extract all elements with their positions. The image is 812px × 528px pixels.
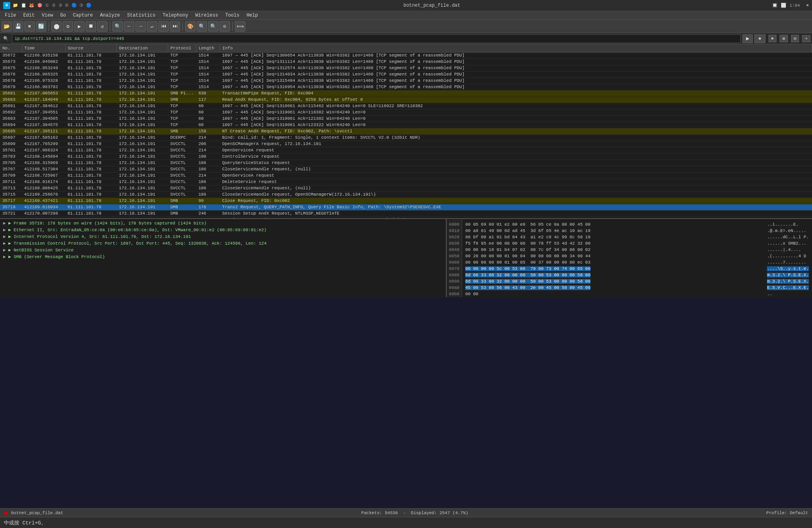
cell-src: 61.111.101.78: [65, 160, 117, 166]
table-row[interactable]: 35719412169.61693461.111.101.78172.16.13…: [0, 204, 812, 210]
close-capture-button[interactable]: ✖: [24, 21, 35, 32]
displayed-count: Displayed: 2547 (4.7%): [411, 511, 468, 515]
menu-item-help[interactable]: Help: [243, 12, 261, 19]
go-to-packet-button[interactable]: ↵: [147, 21, 157, 32]
table-row[interactable]: 35679412166.98379261.111.101.78172.16.13…: [0, 84, 812, 90]
menu-item-file[interactable]: File: [2, 12, 19, 19]
table-row[interactable]: 35705412168.31596961.111.101.78172.16.13…: [0, 160, 812, 166]
cell-info: 1697 → 445 [ACK] Seq=1319061 Ack=121302 …: [220, 115, 812, 122]
table-row[interactable]: 35709412168.72596761.111.101.78172.16.13…: [0, 172, 812, 179]
cell-proto: SMB: [168, 96, 196, 103]
table-row[interactable]: 35675412166.95324961.111.101.78172.16.13…: [0, 65, 812, 71]
table-row[interactable]: 35692412167.39455161.111.101.78172.16.13…: [0, 109, 812, 115]
go-last-button[interactable]: ⏭: [170, 21, 180, 32]
menu-item-capture[interactable]: Capture: [70, 12, 96, 19]
minimize-button[interactable]: 🔲: [772, 3, 778, 8]
start-capture-button[interactable]: ▶: [74, 21, 85, 32]
cell-proto: TCP: [168, 115, 196, 122]
col-header-no[interactable]: No.: [0, 44, 22, 52]
title-bar-controls[interactable]: 🔲 ⬜ 1:04 ✖: [772, 3, 809, 8]
cell-time: 412167.384612: [22, 103, 65, 109]
menu-item-edit[interactable]: Edit: [20, 12, 38, 19]
cell-info: ControlService request: [220, 153, 812, 160]
col-header-destination[interactable]: Destination: [117, 44, 168, 52]
table-row[interactable]: 35721412170.00729861.111.101.78172.16.13…: [0, 210, 812, 217]
capture-options-button[interactable]: ⚙: [63, 21, 73, 32]
table-row[interactable]: 35703412168.14569461.111.101.78172.16.13…: [0, 153, 812, 160]
table-row[interactable]: 35699412167.76529961.111.101.78172.16.13…: [0, 141, 812, 147]
table-row[interactable]: 35715412169.25667661.111.101.78172.16.13…: [0, 191, 812, 198]
cell-len: 190: [196, 153, 220, 160]
detail-row[interactable]: ▶ SMB (Server Message Block Protocol): [0, 253, 446, 260]
detail-row[interactable]: ▶ Ethernet II, Src: EntradaN_05:ce:0a (0…: [0, 226, 446, 233]
table-row[interactable]: 35672412166.93515861.111.101.78172.16.13…: [0, 52, 812, 58]
cell-no: 35711: [0, 179, 22, 185]
restart-capture-button[interactable]: ↺: [97, 21, 107, 32]
cell-src: 61.111.101.78: [65, 122, 117, 128]
zoom-in-button[interactable]: 🔍: [197, 21, 207, 32]
maximize-button[interactable]: ⬜: [781, 3, 786, 8]
table-row[interactable]: 35701412167.96632461.111.101.78172.16.13…: [0, 147, 812, 153]
table-row[interactable]: 35681412167.00565361.111.101.78172.16.13…: [0, 90, 812, 96]
col-header-source[interactable]: Source: [65, 44, 117, 52]
filter-collapse-button[interactable]: ⊟: [791, 35, 799, 42]
filter-bookmark-button[interactable]: ★: [754, 34, 765, 43]
zoom-out-button[interactable]: 🔍: [208, 21, 218, 32]
normal-size-button[interactable]: ⊙: [220, 21, 230, 32]
menu-item-telephony[interactable]: Telephony: [160, 12, 192, 19]
cell-dst: 172.16.134.191: [117, 65, 168, 71]
col-header-protocol[interactable]: Protocol: [168, 44, 196, 52]
go-back-button[interactable]: ←: [124, 21, 134, 32]
detail-row[interactable]: ▶ Transmission Control Protocol, Src Por…: [0, 240, 446, 247]
go-first-button[interactable]: ⏮: [158, 21, 169, 32]
filter-close-button[interactable]: ✖: [769, 35, 777, 42]
filter-apply-button[interactable]: ▶: [742, 34, 753, 43]
capture-interfaces-button[interactable]: ⬤: [51, 21, 62, 32]
menu-item-tools[interactable]: Tools: [222, 12, 242, 19]
filter-input[interactable]: [12, 34, 741, 43]
colorize-button[interactable]: 🎨: [185, 21, 195, 32]
cell-len: 60: [196, 122, 220, 128]
table-row[interactable]: 35695412167.39512161.111.101.78172.16.13…: [0, 128, 812, 134]
table-row[interactable]: 35676412166.96532561.111.101.78172.16.13…: [0, 71, 812, 77]
menu-item-statistics[interactable]: Statistics: [124, 12, 159, 19]
table-row[interactable]: 35707412168.51730461.111.101.78172.16.13…: [0, 166, 812, 172]
stop-capture-button[interactable]: ⏹: [86, 21, 96, 32]
menu-item-go[interactable]: Go: [57, 12, 69, 19]
table-row[interactable]: 35673412166.94508261.111.101.78172.16.13…: [0, 58, 812, 65]
save-button[interactable]: 💾: [13, 21, 23, 32]
table-row[interactable]: 35683412167.18464961.111.101.78172.16.13…: [0, 96, 812, 103]
reload-button[interactable]: 🔄: [36, 21, 46, 32]
table-row[interactable]: 35711412168.91617461.111.101.78172.16.13…: [0, 179, 812, 185]
detail-row[interactable]: ▶ Frame 35719: 178 bytes on wire (1424 b…: [0, 220, 446, 226]
col-header-length[interactable]: Length: [196, 44, 220, 52]
close-button[interactable]: ✖: [806, 3, 809, 8]
menu-item-analyze[interactable]: Analyze: [97, 12, 123, 19]
table-row[interactable]: 35678412166.97532861.111.101.78172.16.13…: [0, 77, 812, 84]
table-row[interactable]: 35693412167.39456561.111.101.78172.16.13…: [0, 115, 812, 122]
table-row[interactable]: 35717412169.43742161.111.101.78172.16.13…: [0, 198, 812, 204]
hex-container: 0000 0010 0020 0030 0040 0050 0060 0070 …: [447, 220, 812, 297]
open-button[interactable]: 📂: [2, 21, 12, 32]
filter-expand-button[interactable]: ⊞: [780, 35, 788, 42]
table-row[interactable]: 35694412167.39457561.111.101.78172.16.13…: [0, 122, 812, 128]
menu-item-wireless[interactable]: Wireless: [192, 12, 222, 19]
cell-len: 186: [196, 160, 220, 166]
col-header-info[interactable]: Info: [220, 44, 812, 52]
menu-item-view[interactable]: View: [39, 12, 56, 19]
table-row[interactable]: 35697412167.58516261.111.101.78172.16.13…: [0, 134, 812, 141]
cell-src: 61.111.101.78: [65, 191, 117, 198]
table-row[interactable]: 35713412169.08642561.111.101.78172.16.13…: [0, 185, 812, 191]
packet-hex: 0000 0010 0020 0030 0040 0050 0060 0070 …: [447, 219, 812, 297]
cell-time: 412166.965325: [22, 71, 65, 77]
detail-row[interactable]: ▶ NetBIOS Session Service: [0, 247, 446, 253]
resize-columns-button[interactable]: ⟺: [235, 21, 245, 32]
cell-no: 35673: [0, 58, 22, 65]
go-forward-button[interactable]: →: [135, 21, 146, 32]
col-header-time[interactable]: Time: [22, 44, 65, 52]
cell-src: 61.111.101.78: [65, 109, 117, 115]
find-packet-button[interactable]: 🔍: [113, 21, 123, 32]
table-row[interactable]: 35691412167.38461261.111.101.78172.16.13…: [0, 103, 812, 109]
detail-row[interactable]: ▶ Internet Protocol Version 4, Src: 61.1…: [0, 233, 446, 240]
filter-add-button[interactable]: +: [802, 35, 810, 42]
